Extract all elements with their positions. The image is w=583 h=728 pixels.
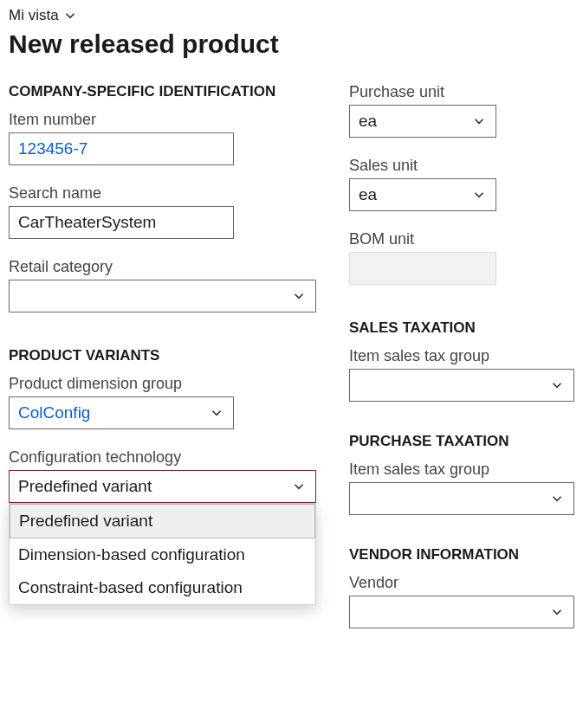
view-switcher-label: Mi vista <box>9 7 59 24</box>
config-tech-value: Predefined variant <box>18 477 152 496</box>
sales-unit-value: ea <box>359 185 377 204</box>
sales-unit-select[interactable]: ea <box>349 178 496 211</box>
dimension-group-select[interactable]: ColConfig <box>9 396 234 429</box>
chevron-down-icon <box>291 288 307 304</box>
view-switcher[interactable]: Mi vista <box>9 7 78 26</box>
section-product-variants: PRODUCT VARIANTS <box>9 347 316 364</box>
vendor-label: Vendor <box>349 574 574 592</box>
chevron-down-icon <box>549 604 565 620</box>
chevron-down-icon <box>549 491 565 506</box>
chevron-down-icon <box>471 113 487 129</box>
sales-unit-label: Sales unit <box>349 157 574 175</box>
section-sales-taxation: SALES TAXATION <box>349 319 574 337</box>
chevron-down-icon <box>549 377 565 393</box>
page-title: New released product <box>9 29 574 59</box>
search-name-value: CarTheaterSystem <box>18 213 224 232</box>
dimension-group-label: Product dimension group <box>9 375 316 393</box>
purchase-tax-group-label: Item sales tax group <box>349 461 574 479</box>
section-purchase-taxation: PURCHASE TAXATION <box>349 433 574 450</box>
item-number-input[interactable]: 123456-7 <box>9 132 234 165</box>
search-name-input[interactable]: CarTheaterSystem <box>9 206 234 239</box>
config-tech-option-dimension[interactable]: Dimension-based configuration <box>10 538 315 571</box>
purchase-unit-value: ea <box>359 112 377 131</box>
search-name-label: Search name <box>9 184 316 203</box>
vendor-select[interactable] <box>349 596 574 628</box>
config-tech-option-predefined[interactable]: Predefined variant <box>10 504 315 538</box>
sales-tax-group-label: Item sales tax group <box>349 347 574 365</box>
purchase-unit-select[interactable]: ea <box>349 105 496 138</box>
config-tech-select[interactable]: Predefined variant <box>9 470 316 503</box>
bom-unit-input <box>349 252 496 285</box>
purchase-tax-group-select[interactable] <box>349 482 574 515</box>
config-tech-dropdown: Predefined variant Dimension-based confi… <box>9 503 316 605</box>
section-company-identification: COMPANY-SPECIFIC IDENTIFICATION <box>9 83 316 100</box>
chevron-down-icon <box>471 187 487 203</box>
item-number-label: Item number <box>9 111 316 129</box>
retail-category-label: Retail category <box>9 258 316 276</box>
retail-category-select[interactable] <box>9 280 316 312</box>
config-tech-option-constraint[interactable]: Constraint-based configuration <box>10 571 315 604</box>
item-number-value: 123456-7 <box>18 139 224 158</box>
config-tech-label: Configuration technology <box>9 448 316 467</box>
chevron-down-icon <box>62 8 78 23</box>
dimension-group-value: ColConfig <box>18 403 209 422</box>
chevron-down-icon <box>291 479 307 494</box>
sales-tax-group-select[interactable] <box>349 369 574 402</box>
bom-unit-label: BOM unit <box>349 230 574 248</box>
section-vendor-information: VENDOR INFORMATION <box>349 546 574 564</box>
chevron-down-icon <box>209 405 224 421</box>
purchase-unit-label: Purchase unit <box>349 83 574 101</box>
